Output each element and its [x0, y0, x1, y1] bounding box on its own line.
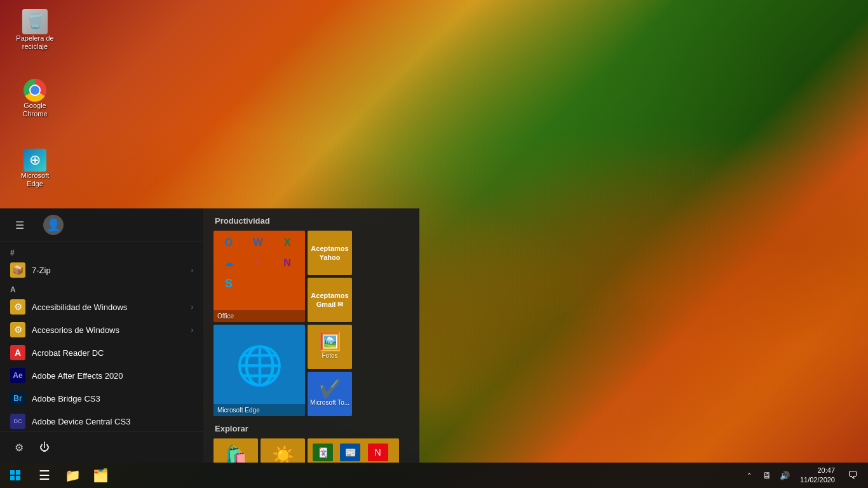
taskbar: ☰ 📁 🗂️ ⌃ 🖥 🔊 20:47 11/02/2020 🗨	[0, 463, 868, 488]
tiles-section-productividad: Productividad	[214, 216, 409, 226]
gmail-tile-label: AceptamosGmail ✉	[311, 291, 348, 309]
yahoo-gmail-stack: AceptamosYahoo AceptamosGmail ✉	[308, 231, 352, 322]
settings-button[interactable]: ⚙	[8, 436, 31, 459]
clock-time: 20:47	[817, 466, 835, 475]
desktop-icon-recycle-bin[interactable]: 🗑️ Papelera de reciclaje	[10, 6, 60, 53]
excel-icon: X	[275, 233, 300, 252]
tray-network-icon[interactable]: 🖥	[759, 463, 775, 488]
start-button[interactable]	[0, 463, 31, 488]
edge-tile-label: Microsoft Edge	[217, 407, 260, 414]
taskbar-right: ⌃ 🖥 🔊 20:47 11/02/2020 🗨	[742, 463, 868, 488]
section-header-hash: #	[0, 245, 203, 259]
bridge-label: Adobe Bridge CS3	[32, 394, 100, 403]
app-item-accesorios[interactable]: ⚙ Accesorios de Windows ›	[0, 318, 203, 341]
tiempo-tile-icon: ☀️	[272, 445, 294, 463]
app-item-acrobat[interactable]: A Acrobat Reader DC	[0, 341, 203, 364]
tile-fotos[interactable]: 🖼️ Fotos	[308, 325, 352, 369]
svg-rect-0	[10, 470, 15, 475]
app-item-after-effects[interactable]: Ae Adobe After Effects 2020	[0, 364, 203, 387]
desktop: 🗑️ Papelera de reciclaje Google Chrome ⊕…	[0, 0, 868, 488]
tray-chevron-icon[interactable]: ⌃	[742, 463, 757, 488]
taskbar-file-explorer-icon[interactable]: 📁	[58, 463, 86, 488]
7zip-chevron: ›	[191, 267, 193, 274]
power-button[interactable]: ⏻	[33, 436, 56, 459]
powerpoint-icon: P	[245, 254, 271, 273]
tiles-row-1: O W X ☁ P N S Office AceptamosYa	[214, 231, 409, 322]
7zip-label: 7-Zip	[32, 266, 51, 275]
fotos-tile-label: Fotos	[322, 352, 337, 360]
tile-gmail[interactable]: AceptamosGmail ✉	[308, 278, 352, 322]
tile-yahoo[interactable]: AceptamosYahoo	[308, 231, 352, 275]
taskbar-menu-icon[interactable]: ☰	[31, 463, 58, 488]
word-icon: W	[245, 233, 271, 252]
tile-office[interactable]: O W X ☁ P N S Office	[214, 231, 305, 322]
svg-rect-3	[16, 476, 20, 480]
fotos-todo-stack: 🖼️ Fotos ✔️ Microsoft To...	[308, 325, 352, 416]
tile-microsoft-store[interactable]: 🛍️ Microsoft Store	[214, 438, 258, 463]
app-list[interactable]: # 📦 7-Zip › A ⚙ Accesibilidad de Windows…	[0, 242, 203, 431]
fotos-tile-icon: 🖼️	[319, 331, 341, 352]
start-menu-tiles: Productividad O W X ☁ P N S Office	[203, 208, 419, 463]
section-header-a: A	[0, 281, 203, 295]
start-top-bar: ☰ 👤	[0, 208, 203, 242]
svg-rect-2	[10, 476, 15, 480]
app-item-accesibilidad[interactable]: ⚙ Accesibilidad de Windows ›	[0, 295, 203, 318]
acrobat-icon: A	[10, 345, 25, 360]
acrobat-label: Acrobat Reader DC	[32, 348, 104, 358]
edge-label: Microsoft Edge	[12, 172, 58, 188]
tile-todo[interactable]: ✔️ Microsoft To...	[308, 372, 352, 416]
todo-tile-label: Microsoft To...	[310, 399, 349, 407]
edge-icon: ⊕	[24, 149, 46, 172]
after-effects-label: Adobe After Effects 2020	[32, 371, 123, 381]
cards-icon: 🃏	[313, 444, 333, 461]
bridge-icon: Br	[10, 391, 25, 406]
outlook-icon: O	[216, 233, 241, 252]
tile-edge[interactable]: 🌐 Microsoft Edge	[214, 325, 305, 416]
taskbar-folder-yellow-icon[interactable]: 🗂️	[86, 463, 114, 488]
accesibilidad-chevron: ›	[191, 304, 193, 311]
7zip-icon: 📦	[10, 262, 25, 278]
tiles-section-explorar: Explorar	[214, 424, 409, 433]
office-apps-grid: O W X ☁ P N S	[216, 233, 302, 293]
onenote-icon: N	[275, 254, 300, 273]
edge-tile-icon: 🌐	[236, 343, 283, 388]
clock-date: 11/02/2020	[800, 475, 835, 485]
store-tile-icon: 🛍️	[225, 445, 247, 463]
accesibilidad-label: Accesibilidad de Windows	[32, 302, 127, 312]
system-clock[interactable]: 20:47 11/02/2020	[795, 466, 840, 485]
desktop-icon-edge[interactable]: ⊕ Microsoft Edge	[10, 146, 60, 191]
start-menu-left: ☰ 👤 # 📦 7-Zip › A ⚙ Accesibilidad de Win…	[0, 208, 203, 463]
app-item-bridge[interactable]: Br Adobe Bridge CS3	[0, 387, 203, 410]
svg-rect-1	[16, 470, 20, 475]
desktop-icon-chrome[interactable]: Google Chrome	[10, 76, 60, 121]
tile-entretenimiento[interactable]: 🃏 📰 N 🎵 🛡️ Entretenimiento	[308, 438, 399, 463]
user-avatar-icon: 👤	[43, 215, 64, 235]
app-item-device-central[interactable]: DC Adobe Device Central CS3	[0, 410, 203, 431]
recycle-bin-icon: 🗑️	[22, 9, 48, 34]
device-central-label: Adobe Device Central CS3	[32, 417, 130, 426]
recycle-bin-label: Papelera de reciclaje	[12, 34, 58, 51]
tile-el-tiempo[interactable]: ☀️ El Tiempo	[261, 438, 305, 463]
after-effects-icon: Ae	[10, 368, 25, 383]
notification-button[interactable]: 🗨	[843, 463, 863, 488]
chrome-label: Google Chrome	[12, 102, 58, 118]
entret-icons-grid: 🃏 📰 N 🎵 🛡️	[313, 444, 394, 463]
app-item-7zip[interactable]: 📦 7-Zip ›	[0, 259, 203, 281]
tiles-row-explorar: 🛍️ Microsoft Store ☀️ El Tiempo 🃏 📰 N 🎵 …	[214, 438, 409, 463]
hamburger-menu[interactable]: ☰	[8, 214, 32, 236]
accesibilidad-icon: ⚙	[10, 299, 25, 315]
windows-logo-icon	[10, 470, 20, 480]
office-tile-label: Office	[217, 313, 234, 320]
accesorios-icon: ⚙	[10, 322, 25, 337]
accesorios-label: Accesorios de Windows	[32, 325, 119, 335]
todo-tile-icon: ✔️	[319, 378, 341, 399]
user-avatar-button[interactable]: 👤	[42, 214, 65, 236]
tray-volume-icon[interactable]: 🔊	[777, 463, 792, 488]
onedrive-icon: ☁	[216, 254, 241, 273]
skype-icon: S	[216, 274, 241, 293]
news-icon: 📰	[340, 444, 360, 461]
tiles-row-2: 🌐 Microsoft Edge 🖼️ Fotos ✔️ Microsoft T…	[214, 325, 409, 416]
device-central-icon: DC	[10, 414, 25, 429]
accesorios-chevron: ›	[191, 327, 193, 334]
netflix-icon: N	[368, 444, 388, 461]
